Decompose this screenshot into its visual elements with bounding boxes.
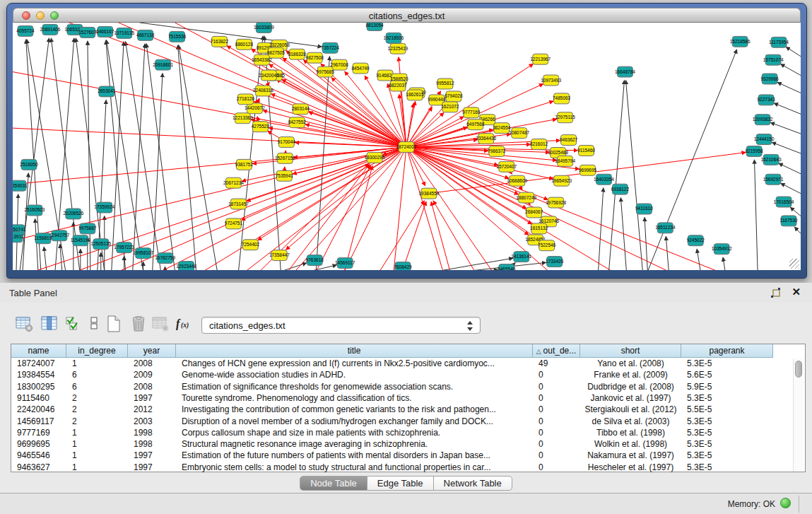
graph-node-label: 16543382 xyxy=(252,57,272,62)
table-row[interactable]: 946362711997Embryonic stem cells: a mode… xyxy=(11,462,794,473)
table-row[interactable]: 1830029562008Estimation of significance … xyxy=(11,381,794,392)
network-window-titlebar[interactable]: citations_edges.txt xyxy=(13,8,801,23)
table-cell: 1998 xyxy=(128,427,176,438)
table-row[interactable]: 946554611997Estimation of the future num… xyxy=(11,450,794,461)
table-body: 1872400712008Changes of HCN gene express… xyxy=(11,358,794,473)
table-panel: Table Panel ✕ f(x) citations_edges.txt n… xyxy=(0,283,812,493)
table-cell: 9465546 xyxy=(11,450,66,461)
graph-node-label: 9724751 xyxy=(225,221,243,226)
graph-node-label: 16648784 xyxy=(615,69,635,74)
column-header-out-de-[interactable]: △out_de... xyxy=(533,344,580,358)
table-cell: 49 xyxy=(533,358,580,369)
network-window[interactable]: citations_edges.txt 18724007160123852240… xyxy=(6,3,807,279)
graph-node-label: 18731457 xyxy=(228,201,249,206)
graph-node-label: 7535941 xyxy=(276,173,294,178)
column-header-name[interactable]: name xyxy=(11,344,66,358)
table-row[interactable]: 1938455462009Genome-wide association stu… xyxy=(11,369,794,380)
delete-column-icon[interactable] xyxy=(129,315,148,333)
table-mode-icon[interactable] xyxy=(16,315,34,333)
column-header-in-degree[interactable]: in_degree xyxy=(66,344,128,358)
function-builder-icon[interactable]: f(x) xyxy=(175,315,194,333)
table-scrollbar[interactable] xyxy=(793,358,804,472)
new-column-icon[interactable] xyxy=(105,315,123,333)
tab-node-table[interactable]: Node Table xyxy=(300,476,367,491)
graph-node-label: 7986372 xyxy=(488,148,506,153)
status-bar: Memory: OK xyxy=(0,493,812,514)
graph-node-label: 9463627 xyxy=(560,137,578,142)
network-nodes[interactable]: 1872400716012385224083181442067242755209… xyxy=(13,23,798,270)
graph-node-label: 1156819 xyxy=(35,235,52,240)
graph-node-label: 18807249 xyxy=(516,195,536,200)
tab-edge-table[interactable]: Edge Table xyxy=(367,476,434,491)
float-panel-icon[interactable] xyxy=(770,286,782,299)
graph-node-label: 17358447 xyxy=(269,252,290,257)
column-header-pagerank[interactable]: pagerank xyxy=(681,344,773,358)
table-row[interactable]: 2242004622012Investigating the contribut… xyxy=(11,404,794,415)
graph-node-label: 7254402 xyxy=(242,242,260,247)
tab-network-table[interactable]: Network Table xyxy=(434,476,512,491)
select-all-icon[interactable] xyxy=(65,315,83,333)
graph-node-label: 9763618 xyxy=(306,257,324,262)
column-header-label: in_degree xyxy=(78,346,115,356)
table-cell: 9115460 xyxy=(11,392,66,404)
memory-indicator[interactable] xyxy=(780,498,791,508)
graph-node-label: 2653041 xyxy=(98,88,116,93)
table-scrollbar-thumb[interactable] xyxy=(795,361,802,378)
graph-node-label: 15218586 xyxy=(730,39,751,44)
graph-node-label: 19756928 xyxy=(546,200,566,205)
table-cell: 0 xyxy=(533,381,580,392)
cytoscape-app: citations_edges.txt 18724007160123852240… xyxy=(0,0,812,514)
graph-node-label: 9827508 xyxy=(306,55,324,60)
table-row[interactable]: 1872400712008Changes of HCN gene express… xyxy=(11,358,794,369)
column-header-title[interactable]: title xyxy=(176,344,533,358)
graph-node-label: 4055724 xyxy=(16,28,35,33)
table-cell: 1997 xyxy=(128,462,176,473)
column-header-year[interactable]: year xyxy=(128,344,176,358)
graph-node-label: 16210643 xyxy=(761,157,782,162)
row-selection-icon[interactable] xyxy=(85,315,103,333)
column-header-short[interactable]: short xyxy=(580,344,681,358)
graph-node-label: 18495794 xyxy=(555,158,575,163)
show-column-icon[interactable] xyxy=(41,315,59,333)
network-canvas[interactable]: 1872400716012385224083181442067242755209… xyxy=(13,23,801,270)
table-cell: Disruption of a novel member of a sodium… xyxy=(176,416,533,427)
close-panel-icon[interactable]: ✕ xyxy=(792,286,801,298)
graph-node-label: 8216012 xyxy=(530,141,548,146)
graph-node-label: 2803144 xyxy=(292,106,310,111)
column-header-label: year xyxy=(143,346,160,356)
column-header-label: name xyxy=(28,346,49,356)
table-row[interactable]: 911546021997Tourette syndrome. Phenomeno… xyxy=(11,392,794,404)
graph-node-label: 10354912 xyxy=(712,246,732,251)
table-cell: Hescheler et al. (1997) xyxy=(580,462,681,473)
graph-node-label: 20671234 xyxy=(223,180,244,185)
table-row[interactable]: 1456911722003Disruption of a novel membe… xyxy=(11,416,794,427)
table-cell: 1 xyxy=(66,450,128,461)
graph-node-label: 9115460 xyxy=(577,148,595,153)
canvas-resize-grip[interactable] xyxy=(789,259,799,269)
graph-node-label: 1862615 xyxy=(406,92,424,97)
graph-node-label: 18724007 xyxy=(396,144,417,149)
table-cell: 9463627 xyxy=(11,462,66,473)
table-cell: 0 xyxy=(533,416,580,427)
graph-node-label: 23226058 xyxy=(269,42,290,47)
graph-node-label: 16120746 xyxy=(539,218,559,223)
table-row[interactable]: 969969511998Structural magnetic resonanc… xyxy=(11,438,794,450)
network-canvas-svg[interactable]: 1872400716012385224083181442067242755209… xyxy=(13,23,801,270)
table-cell: 0 xyxy=(533,404,580,415)
table-cell: 2008 xyxy=(128,381,176,392)
graph-node-label: 8427552 xyxy=(288,119,307,124)
column-header-label: title xyxy=(348,346,361,356)
table-cell: 5.3E-5 xyxy=(681,427,773,438)
graph-node-label: 19384554 xyxy=(419,191,440,196)
table-selector-dropdown[interactable]: citations_edges.txt xyxy=(201,317,481,334)
graph-node-label: 9381752 xyxy=(235,162,254,167)
graph-node-label: 12923448 xyxy=(176,264,196,269)
table-cell: Nakamura et al. (1997) xyxy=(580,450,681,461)
graph-node-label: 6466167 xyxy=(96,29,114,34)
graph-node-label: 9827505 xyxy=(267,50,286,55)
table-cell: 2012 xyxy=(128,404,176,415)
table-row[interactable]: 977716911998Corpus callosum shape and si… xyxy=(11,427,794,438)
graph-node-label: 7515536 xyxy=(168,34,187,39)
graph-node-label: 20891406 xyxy=(40,27,60,32)
graph-node-label: 22408318 xyxy=(253,88,273,93)
